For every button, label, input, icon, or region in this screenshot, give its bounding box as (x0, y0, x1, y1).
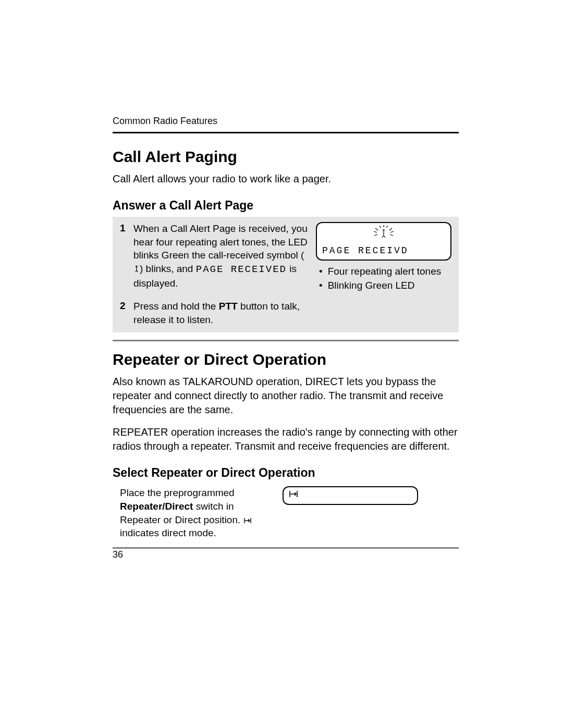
procedure-box: 1 When a Call Alert Page is received, yo… (113, 217, 459, 332)
call-received-icon (133, 263, 140, 277)
subheading-select-repeater-direct: Select Repeater or Direct Operation (113, 466, 459, 480)
bullet-icon: • (319, 265, 323, 279)
step-1: 1 When a Call Alert Page is received, yo… (120, 222, 451, 292)
step-illustration: PAGE RECEIVD •Four repeating alert tones… (316, 222, 451, 292)
direct-mode-icon (289, 490, 298, 500)
text-fragment: indicates direct mode. (120, 527, 216, 538)
bullet-list: •Four repeating alert tones •Blinking Gr… (316, 265, 451, 292)
running-header: Common Radio Features (113, 116, 459, 127)
intro-paragraph: Call Alert allows your radio to work lik… (113, 172, 459, 186)
display-text-inline: PAGE RECEIVED (196, 264, 287, 275)
page: Common Radio Features Call Alert Paging … (0, 0, 563, 728)
step-number: 1 (120, 222, 127, 292)
step-number: 2 (120, 300, 127, 326)
bold-text: Repeater/Direct (120, 501, 193, 512)
divider (113, 132, 459, 133)
step-text: When a Call Alert Page is received, you … (133, 222, 310, 292)
divider (113, 340, 459, 341)
bullet-icon: • (319, 279, 323, 293)
bullet-text: Blinking Green LED (328, 279, 415, 293)
step-text: Press and hold the PTT button to talk, r… (133, 300, 310, 326)
procedure-row: Place the preprogrammed Repeater/Direct … (113, 484, 459, 540)
heading-call-alert-paging: Call Alert Paging (113, 148, 459, 166)
step-2: 2 Press and hold the PTT button to talk,… (120, 300, 451, 326)
body-paragraph: REPEATER operation increases the radio's… (113, 425, 459, 453)
heading-repeater-direct: Repeater or Direct Operation (113, 351, 459, 368)
text-fragment: ) blinks, and (140, 263, 196, 274)
step-text: Place the preprogrammed Repeater/Direct … (120, 486, 276, 540)
lcd-text: PAGE RECEIVD (322, 245, 409, 256)
text-fragment: When a Call Alert Page is received, you … (133, 223, 308, 261)
text-fragment: Press and hold the (133, 301, 219, 312)
lcd-screen: PAGE RECEIVD (316, 222, 451, 261)
call-received-ringing-icon (372, 225, 396, 243)
bullet-text: Four repeating alert tones (328, 265, 442, 279)
lcd-screen (283, 486, 418, 505)
step-illustration (283, 486, 418, 540)
direct-mode-icon (243, 514, 252, 525)
subheading-answer-call-alert: Answer a Call Alert Page (113, 199, 459, 213)
body-paragraph: Also known as TALKAROUND operation, DIRE… (113, 375, 459, 417)
bold-text: PTT (219, 301, 238, 312)
divider (113, 547, 459, 549)
text-fragment: Place the preprogrammed (120, 487, 235, 498)
page-number: 36 (113, 549, 123, 560)
